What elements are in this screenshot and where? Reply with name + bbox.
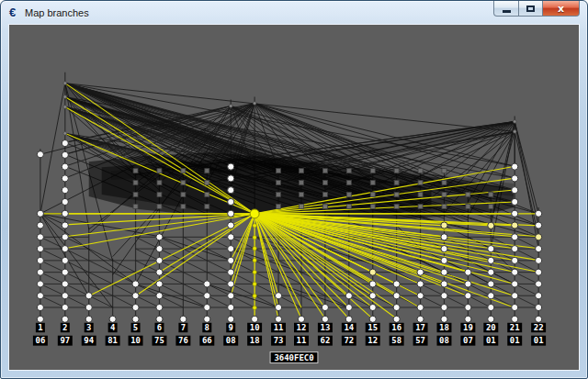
column-index-chip-text: 2 [62,323,67,332]
column-value-chip-text: 11 [297,336,307,345]
column-value-chip-text: 06 [35,336,45,345]
column-index-chip-text: 10 [250,323,260,332]
column-value-chip-text: 57 [415,336,425,345]
minimize-icon [503,10,511,13]
column-index-chip-text: 6 [157,323,162,332]
column-value-chip-text: 01 [486,336,496,345]
column-index-chip-text: 5 [133,323,138,332]
column-value-chip-text: 58 [391,336,401,345]
window-title: Map branches [25,7,89,18]
maximize-button[interactable] [519,1,543,17]
minimize-button[interactable] [493,1,519,17]
column-value-chip-text: 72 [344,336,354,345]
column-index-chip-text: 18 [439,323,449,332]
column-value-chip-text: 62 [320,336,330,345]
graph-canvas[interactable]: 1062973944815106757768669081018117312111… [9,25,579,370]
maximize-icon [526,6,535,12]
column-index-chip-text: 19 [463,323,473,332]
window-controls: x [493,1,580,17]
column-index-chip-text: 16 [391,323,401,332]
close-button[interactable]: x [543,1,580,17]
column-value-chip-text: 01 [534,336,544,345]
column-index-chip-text: 17 [415,323,425,332]
column-index-chip-text: 13 [320,323,330,332]
column-index-chip-text: 20 [486,323,496,332]
column-index-chip-text: 14 [344,323,354,332]
column-index-chip-text: 11 [274,323,284,332]
column-value-chip-text: 07 [463,336,473,345]
column-value-chip-text: 81 [107,336,118,345]
column-value-chip-text: 73 [274,336,284,345]
column-value-chip-text: 94 [84,336,94,345]
column-value-chip-text: 75 [154,336,164,345]
address-chip-text: 3640FEC0 [274,353,313,362]
column-value-chip-text: 12 [368,336,378,345]
column-index-chip-text: 3 [86,323,91,332]
window: € Map branches x 10629739448151067577686… [0,0,588,379]
column-index-chip-text: 7 [181,323,186,332]
column-value-chip-text: 08 [226,336,236,345]
column-index-chip-text: 1 [38,323,42,332]
column-value-chip-text: 18 [250,336,260,345]
column-value-chip-text: 10 [130,336,141,345]
column-index-chip-text: 12 [297,323,307,332]
client-area: 1062973944815106757768669081018117312111… [8,24,580,371]
column-value-chip-text: 76 [178,336,188,345]
close-icon: x [558,4,564,14]
title-bar[interactable]: € Map branches x [1,1,587,24]
column-value-chip-text: 01 [510,336,520,345]
column-index-chip-text: 21 [510,323,520,332]
column-index-chip-text: 8 [205,323,209,332]
column-index-chip-text: 9 [229,323,233,332]
column-value-chip-text: 97 [60,336,70,345]
app-icon: € [9,6,25,18]
column-index-chip-text: 4 [110,323,115,332]
column-index-chip-text: 15 [368,323,378,332]
column-value-chip-text: 66 [202,336,212,345]
column-labels: 1062973944815106757768669081018117312111… [33,323,546,363]
column-value-chip-text: 08 [439,336,449,345]
column-index-chip-text: 22 [534,323,544,332]
